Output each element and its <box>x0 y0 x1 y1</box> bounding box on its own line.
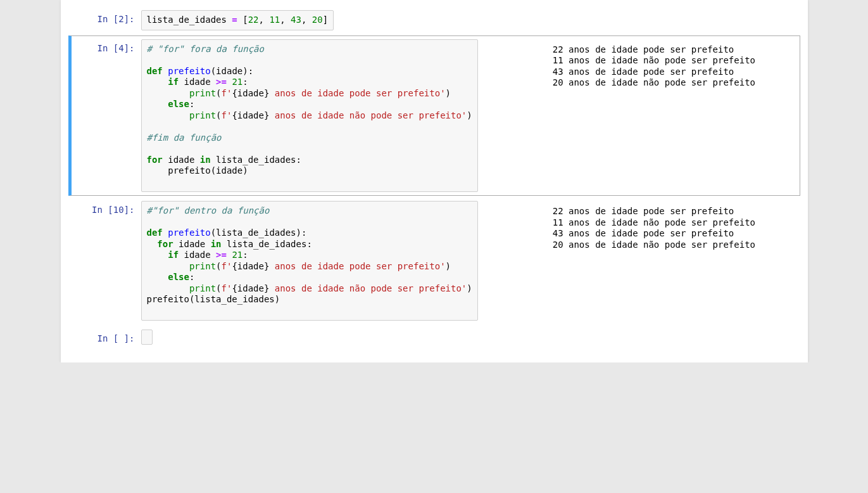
code-token: f' <box>222 283 232 293</box>
code-token <box>147 239 158 249</box>
code-token: else <box>168 272 189 282</box>
code-token: ] <box>323 15 328 25</box>
code-token <box>163 227 168 238</box>
code-token <box>147 283 189 293</box>
code-token: prefeito <box>168 227 210 238</box>
code-token: for <box>157 239 173 249</box>
code-token: #fim da função <box>147 132 222 143</box>
code-token <box>147 272 168 282</box>
code-token: : <box>189 99 194 109</box>
code-input[interactable]: #"for" dentro da função def prefeito(lis… <box>141 201 478 321</box>
code-token: in <box>211 239 222 249</box>
code-token: = <box>232 15 237 25</box>
code-token <box>147 99 168 109</box>
output-area: 22 anos de idade pode ser prefeito 11 an… <box>478 203 755 321</box>
code-token: , <box>280 15 291 25</box>
code-token: else <box>168 99 189 109</box>
code-token: for <box>147 155 163 165</box>
output-text: 22 anos de idade pode ser prefeito 11 an… <box>548 203 755 321</box>
code-token: prefeito(lista_de_idades) <box>147 294 280 304</box>
code-input[interactable]: # "for" fora da função def prefeito(idad… <box>141 39 478 193</box>
code-token: def <box>147 227 163 238</box>
code-token: lista_de_idades: <box>211 155 301 165</box>
code-token: ( <box>216 88 221 98</box>
code-token: def <box>147 66 163 76</box>
notebook-container: In [2]:lista_de_idades = [22, 11, 43, 20… <box>61 0 808 362</box>
code-token: lista_de_idades: <box>222 239 312 249</box>
code-token: anos de idade pode ser prefeito' <box>269 261 445 271</box>
code-token: , <box>259 15 270 25</box>
code-token: if <box>168 77 179 87</box>
code-token: anos de idade não pode ser prefeito' <box>269 110 467 120</box>
code-token: idade <box>163 155 200 165</box>
code-token: idade <box>179 250 216 260</box>
code-token: if <box>168 250 179 260</box>
code-token: 22 <box>248 15 259 25</box>
code-token: print <box>189 283 216 293</box>
code-token: {idade} <box>232 88 269 98</box>
code-token <box>147 110 189 120</box>
code-cell[interactable]: In [10]:#"for" dentro da função def pref… <box>68 197 800 324</box>
code-token: : <box>242 250 248 260</box>
code-token: [ <box>237 15 248 25</box>
code-token: ( <box>216 283 221 293</box>
code-token: in <box>200 155 211 165</box>
code-token: idade <box>173 239 211 249</box>
code-token: {idade} <box>232 110 269 120</box>
code-token: , <box>301 15 312 25</box>
input-prompt: In [10]: <box>72 201 141 215</box>
code-token <box>147 261 189 271</box>
code-token: f' <box>222 261 232 271</box>
output-area: 22 anos de idade pode ser prefeito 11 an… <box>478 42 755 193</box>
code-token <box>147 77 168 87</box>
code-token: (lista_de_idades): <box>211 227 307 238</box>
code-token: ( <box>216 110 221 120</box>
code-token: (idade): <box>211 66 253 76</box>
code-token: # "for" fora da função <box>147 44 264 54</box>
code-token: anos de idade não pode ser prefeito' <box>269 283 467 293</box>
code-token: lista_de_idades <box>147 15 232 25</box>
input-prompt: In [2]: <box>72 10 141 24</box>
input-prompt: In [ ]: <box>72 330 141 343</box>
input-prompt: In [4]: <box>72 39 141 53</box>
code-cell[interactable]: In [ ]: <box>68 326 800 349</box>
code-token: : <box>189 272 194 282</box>
code-token: 21 <box>232 77 242 87</box>
code-token: ) <box>467 283 472 293</box>
code-token: ) <box>446 88 451 98</box>
code-token: f' <box>222 110 232 120</box>
code-token: >= <box>216 250 227 260</box>
code-token: anos de idade pode ser prefeito' <box>269 88 445 98</box>
code-token: idade <box>179 77 216 87</box>
code-token: >= <box>216 77 227 87</box>
code-token: f' <box>222 88 232 98</box>
code-token <box>147 88 189 98</box>
code-token: print <box>189 110 216 120</box>
code-token: {idade} <box>232 261 269 271</box>
code-token: 21 <box>232 250 242 260</box>
code-token: 43 <box>291 15 301 25</box>
code-token: ) <box>467 110 472 120</box>
code-cell[interactable]: In [4]:# "for" fora da função def prefei… <box>68 35 800 196</box>
code-token: print <box>189 261 216 271</box>
code-token: : <box>242 77 248 87</box>
code-token: ( <box>216 261 221 271</box>
code-input[interactable] <box>141 330 153 345</box>
code-token: {idade} <box>232 283 269 293</box>
code-input[interactable]: lista_de_idades = [22, 11, 43, 20] <box>141 10 334 30</box>
code-token: ) <box>446 261 451 271</box>
code-token: prefeito <box>168 66 210 76</box>
code-token: #"for" dentro da função <box>147 205 270 215</box>
code-token <box>163 66 168 76</box>
code-token: print <box>189 88 216 98</box>
code-token <box>147 250 168 260</box>
code-token: 11 <box>269 15 280 25</box>
code-token: prefeito(idade) <box>147 165 248 176</box>
code-token: 20 <box>312 15 323 25</box>
output-text: 22 anos de idade pode ser prefeito 11 an… <box>548 42 755 193</box>
code-cell[interactable]: In [2]:lista_de_idades = [22, 11, 43, 20… <box>68 6 800 34</box>
